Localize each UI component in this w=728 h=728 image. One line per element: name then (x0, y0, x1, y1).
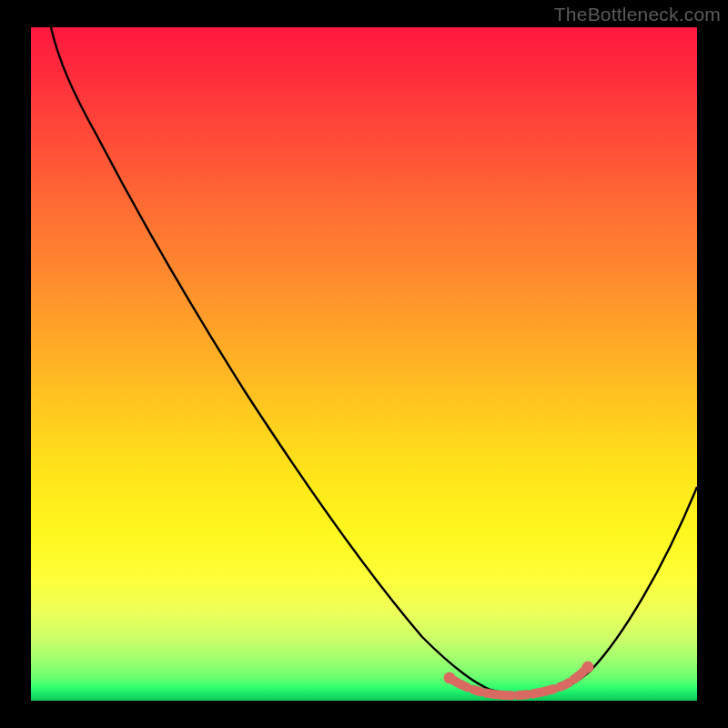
watermark-label: TheBottleneck.com (554, 4, 721, 25)
curve-layer (31, 27, 697, 701)
chart-frame: TheBottleneck.com (0, 0, 728, 728)
optimal-range-highlight (450, 667, 588, 695)
highlight-start-dot (444, 672, 456, 684)
highlight-end-dot (582, 662, 594, 673)
bottleneck-curve (51, 27, 697, 695)
plot-area (31, 27, 697, 701)
